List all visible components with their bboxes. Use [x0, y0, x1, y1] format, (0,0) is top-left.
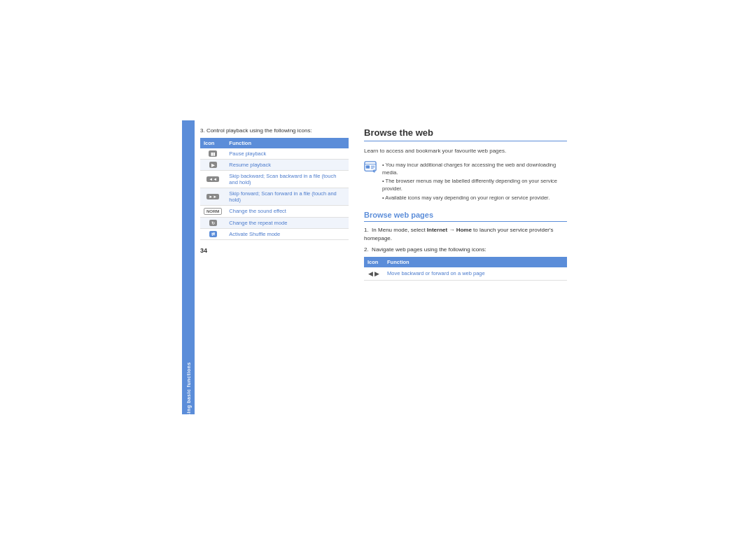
browse-web-intro: Learn to access and bookmark your favour… — [364, 147, 567, 155]
table-row: NORM Change the sound effect — [200, 205, 349, 217]
function-cell: Skip forward; Scan forward in a file (to… — [225, 188, 349, 205]
function-cell: Resume playback — [225, 159, 349, 170]
icon-cell: ▶ — [200, 159, 225, 170]
svg-rect-2 — [366, 165, 370, 169]
icon-cell: NORM — [200, 205, 225, 217]
step-1: 1. In Menu mode, select Internet → Home … — [364, 226, 567, 243]
book-page: using basic functions 3. Control playbac… — [182, 120, 574, 414]
browse-web-pages-title: Browse web pages — [364, 211, 567, 222]
table-row: ◄◄ Skip backward; Scan backward in a fil… — [200, 170, 349, 188]
table-header-function: Function — [225, 138, 349, 148]
svg-marker-6 — [372, 169, 375, 172]
info-bullet-1: • You may incur additional charges for a… — [382, 161, 567, 177]
arrows-icon: ◀ ▶ — [368, 270, 380, 277]
table-row: ↻ Change the repeat mode — [200, 217, 349, 228]
function-cell: Change the sound effect — [225, 205, 349, 217]
browse-table-header-function: Function — [384, 257, 567, 267]
forward-icon: ►► — [206, 194, 219, 199]
norm-icon: NORM — [204, 208, 222, 215]
table-header-icon: Icon — [200, 138, 225, 148]
icon-cell: ►► — [200, 188, 225, 205]
info-icon — [364, 161, 377, 174]
step-text: 3. Control playback using the following … — [200, 127, 349, 134]
icon-cell: ▮▮ — [200, 148, 225, 160]
rewind-icon: ◄◄ — [206, 176, 219, 182]
function-cell: Change the repeat mode — [225, 217, 349, 228]
function-cell: Activate Shuffle mode — [225, 228, 349, 239]
icon-cell: ◀ ▶ — [364, 267, 384, 281]
pause-icon: ▮▮ — [209, 150, 217, 157]
playback-icon-table: Icon Function ▮▮ Pause playback ▶ — [200, 138, 349, 240]
info-text: • You may incur additional charges for a… — [382, 161, 567, 202]
sidebar-label: using basic functions — [186, 362, 191, 419]
repeat-icon: ↻ — [209, 220, 217, 226]
right-content: Browse the web Learn to access and bookm… — [356, 120, 574, 414]
icon-cell: ⇌ — [200, 228, 225, 239]
table-row: ▶ Resume playback — [200, 159, 349, 170]
info-bullet-2: • The browser menus may be labelled diff… — [382, 177, 567, 193]
browse-table-header-icon: Icon — [364, 257, 384, 267]
browse-icon-table: Icon Function ◀ ▶ Move backward or forwa… — [364, 257, 567, 281]
left-content: 3. Control playback using the following … — [195, 120, 356, 414]
table-row: ▮▮ Pause playback — [200, 148, 349, 160]
step-2: 2. Navigate web pages using the followin… — [364, 246, 567, 254]
icon-cell: ↻ — [200, 217, 225, 228]
page-number: 34 — [200, 247, 349, 254]
icon-cell: ◄◄ — [200, 170, 225, 188]
table-row: ◀ ▶ Move backward or forward on a web pa… — [364, 267, 567, 281]
info-box: • You may incur additional charges for a… — [364, 161, 567, 202]
table-row: ⇌ Activate Shuffle mode — [200, 228, 349, 239]
table-row: ►► Skip forward; Scan forward in a file … — [200, 188, 349, 205]
play-icon: ▶ — [209, 162, 217, 168]
browse-web-title: Browse the web — [364, 127, 567, 141]
info-bullet-3: • Available icons may vary depending on … — [382, 194, 567, 202]
function-cell: Skip backward; Scan backward in a file (… — [225, 170, 349, 188]
shuffle-icon: ⇌ — [209, 231, 217, 237]
sidebar-strip: using basic functions — [182, 120, 195, 414]
function-cell: Pause playback — [225, 148, 349, 160]
page-container: using basic functions 3. Control playbac… — [0, 0, 756, 534]
function-cell: Move backward or forward on a web page — [384, 267, 567, 281]
